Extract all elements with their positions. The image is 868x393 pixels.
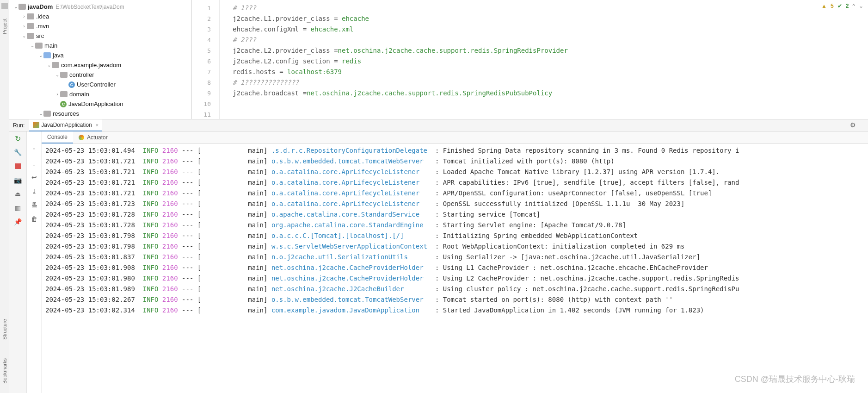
camera-icon[interactable]: 📷: [14, 176, 22, 184]
tree-root-label: javaDom: [28, 3, 53, 10]
chevron-down-icon[interactable]: ⌄: [21, 33, 27, 38]
chevron-right-icon[interactable]: ›: [55, 92, 60, 97]
console-output[interactable]: 2024-05-23 15:03:01.494 INFO 2160 --- [ …: [42, 143, 868, 393]
tree-node[interactable]: CJavaDomApplication: [9, 99, 191, 109]
log-row: 2024-05-23 15:03:01.798 INFO 2160 --- [ …: [45, 231, 868, 241]
code-line[interactable]: # 1???: [220, 3, 868, 13]
project-tree[interactable]: ⌄ javaDom E:\WebSocketText\javaDom ›.ide…: [9, 0, 192, 119]
chevron-right-icon[interactable]: ›: [21, 14, 27, 19]
tree-root[interactable]: ⌄ javaDom E:\WebSocketText\javaDom: [9, 2, 191, 12]
gutter-line: 8: [192, 77, 219, 88]
folder-icon: [43, 52, 51, 58]
pin-icon[interactable]: 📌: [14, 218, 22, 226]
rail-label-project[interactable]: Project: [2, 19, 7, 34]
close-icon[interactable]: ×: [96, 122, 98, 128]
code-line[interactable]: redis.hosts = localhost:6379: [220, 67, 868, 77]
print-icon[interactable]: 🖶: [30, 201, 38, 209]
gutter-line: 4: [192, 35, 219, 45]
tree-node-label: main: [44, 42, 57, 49]
code-line[interactable]: j2cache.L2.provider_class =net.oschina.j…: [220, 45, 868, 56]
log-row: 2024-05-23 15:03:01.980 INFO 2160 --- [ …: [45, 273, 868, 284]
soft-wrap-icon[interactable]: ↩: [30, 173, 38, 181]
tree-node[interactable]: ›.mvn: [9, 21, 191, 31]
tree-node[interactable]: ›domain: [9, 89, 191, 99]
project-icon[interactable]: [1, 3, 8, 9]
folder-icon: [27, 23, 34, 29]
class-icon: C: [68, 81, 75, 88]
chevron-down-icon[interactable]: ⌄: [55, 72, 60, 77]
chevron-down-icon[interactable]: ⌄: [38, 53, 43, 58]
tab-actuator-label: Actuator: [87, 134, 108, 141]
tree-node[interactable]: ⌄main: [9, 41, 191, 50]
arrow-up-icon[interactable]: ↑: [30, 145, 38, 154]
code-line[interactable]: # 2???: [220, 35, 868, 45]
rerun-icon[interactable]: ↻: [14, 134, 22, 143]
stop-icon[interactable]: [14, 162, 22, 170]
tree-node[interactable]: ⌄src: [9, 31, 191, 41]
log-row: 2024-05-23 15:03:01.837 INFO 2160 --- [ …: [45, 252, 868, 262]
tree-node-label: controller: [69, 71, 94, 78]
log-row: 2024-05-23 15:03:02.314 INFO 2160 --- [ …: [45, 305, 868, 316]
chevron-down-icon[interactable]: ⌄: [13, 4, 18, 9]
gutter-line: 6: [192, 56, 219, 67]
actuator-icon: [79, 135, 84, 140]
gutter-line: 1: [192, 3, 219, 13]
chevron-up-icon[interactable]: ^: [852, 3, 855, 9]
tab-actuator[interactable]: Actuator: [73, 131, 113, 143]
tree-node[interactable]: ›.idea: [9, 12, 191, 21]
inspection-widget[interactable]: ▲ 5 ✔ 2 ^ ⌄: [821, 3, 863, 9]
code-line[interactable]: j2cache.L1.provider_class = ehcache: [220, 13, 868, 24]
tree-node[interactable]: ⌄controller: [9, 70, 191, 80]
tab-console[interactable]: Console: [42, 131, 73, 143]
tree-node[interactable]: ⌄resources: [9, 109, 191, 119]
log-row: 2024-05-23 15:03:01.728 INFO 2160 --- [ …: [45, 220, 868, 231]
clear-icon[interactable]: 🗑: [30, 215, 38, 223]
gear-icon[interactable]: ⚙: [850, 121, 856, 129]
wrench-icon[interactable]: 🔧: [14, 148, 22, 156]
chevron-down-icon[interactable]: ⌄: [46, 62, 52, 68]
tree-node-label: .idea: [36, 13, 49, 20]
tree-node[interactable]: ⌄java: [9, 50, 191, 60]
console-tab-bar: Console Actuator: [42, 131, 868, 143]
run-tab[interactable]: JavaDomApplication ×: [29, 119, 102, 131]
folder-icon: [52, 62, 59, 68]
exit-icon[interactable]: ⏏: [14, 190, 22, 198]
tree-node[interactable]: CUserController: [9, 80, 191, 89]
tree-node[interactable]: ⌄com.example.javadom: [9, 60, 191, 70]
left-tool-rail: Project Structure Bookmarks: [0, 0, 9, 393]
log-row: 2024-05-23 15:03:01.798 INFO 2160 --- [ …: [45, 241, 868, 252]
chevron-down-icon[interactable]: ⌄: [38, 111, 43, 116]
chevron-down-icon[interactable]: ⌄: [859, 3, 863, 9]
editor-pane[interactable]: 1234567891011 # 1???j2cache.L1.provider_…: [192, 0, 868, 119]
log-row: 2024-05-23 15:03:01.721 INFO 2160 --- [ …: [45, 167, 868, 177]
folder-icon: [35, 43, 43, 49]
chevron-down-icon[interactable]: ⌄: [30, 43, 35, 48]
code-line[interactable]: ehcache.configXml = ehcache.xml: [220, 24, 868, 35]
module-icon: [18, 4, 26, 10]
chevron-right-icon[interactable]: ›: [21, 24, 27, 29]
springboot-icon: [33, 122, 39, 128]
tree-root-path: E:\WebSocketText\javaDom: [55, 4, 124, 10]
code-line[interactable]: j2cache.L2.config_section = redis: [220, 56, 868, 67]
code-line[interactable]: # 1??????????????: [220, 77, 868, 88]
folder-icon: [43, 111, 51, 117]
code-area[interactable]: # 1???j2cache.L1.provider_class = ehcach…: [220, 0, 868, 119]
log-row: 2024-05-23 15:03:01.721 INFO 2160 --- [ …: [45, 188, 868, 199]
arrow-down-icon[interactable]: ↓: [30, 159, 38, 168]
rail-label-structure[interactable]: Structure: [2, 319, 7, 340]
check-icon: ✔: [837, 3, 842, 9]
run-tab-label: JavaDomApplication: [41, 122, 92, 128]
log-row: 2024-05-23 15:03:01.494 INFO 2160 --- [ …: [45, 145, 868, 156]
tree-node-label: com.example.javadom: [61, 62, 121, 69]
log-row: 2024-05-23 15:03:01.908 INFO 2160 --- [ …: [45, 262, 868, 273]
scroll-to-end-icon[interactable]: ⤓: [30, 187, 38, 195]
rail-label-bookmarks[interactable]: Bookmarks: [2, 358, 7, 384]
gutter: 1234567891011: [192, 0, 220, 119]
log-row: 2024-05-23 15:03:01.721 INFO 2160 --- [ …: [45, 156, 868, 167]
layout-icon[interactable]: ▥: [14, 204, 22, 212]
folder-icon: [27, 13, 34, 19]
code-line[interactable]: j2cache.broadcast =net.oschina.j2cache.c…: [220, 88, 868, 99]
inspection-ok-count: 2: [846, 3, 849, 9]
folder-icon: [60, 91, 68, 97]
tree-node-label: src: [36, 32, 44, 39]
